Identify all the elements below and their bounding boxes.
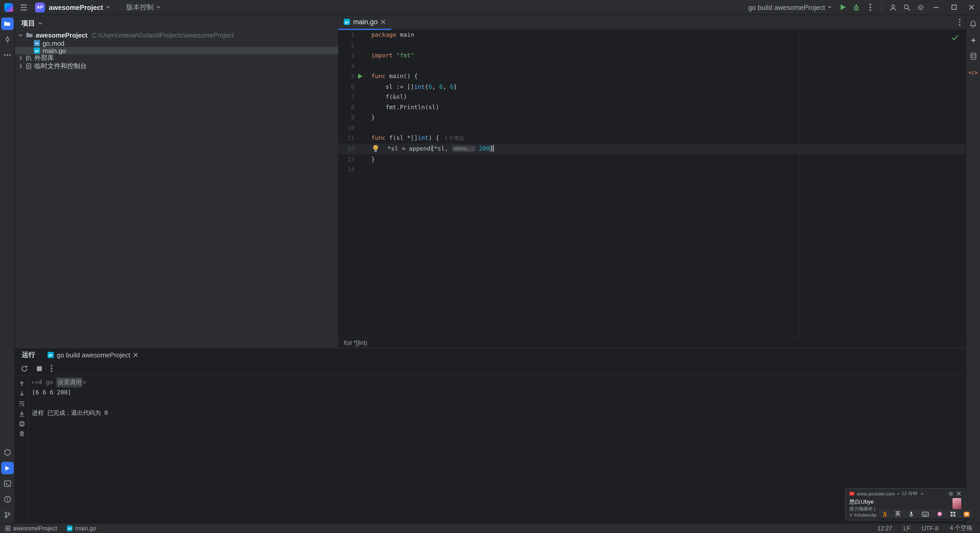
- caret-position-widget[interactable]: 12:27: [877, 525, 892, 532]
- code-line-9[interactable]: 9}: [338, 113, 966, 123]
- code-line-5[interactable]: 5func main() {: [338, 72, 966, 82]
- run-tool-button[interactable]: [1, 462, 14, 474]
- chevron-up-icon[interactable]: [920, 492, 924, 495]
- line-number[interactable]: 6: [338, 82, 355, 92]
- gutter-slot[interactable]: [355, 74, 371, 79]
- notification-close-icon[interactable]: [956, 491, 961, 496]
- code-line-12[interactable]: 12*sl = append(*sl, elems…: 200): [338, 144, 966, 154]
- fold-arrow-icon[interactable]: ›: [32, 377, 34, 388]
- window-close-button[interactable]: [963, 0, 980, 15]
- close-icon[interactable]: [133, 353, 138, 358]
- project-tool-button[interactable]: [1, 18, 14, 30]
- code-line-3[interactable]: 3import "fmt": [338, 51, 966, 61]
- chevron-right-icon[interactable]: [18, 56, 23, 61]
- user-account-icon[interactable]: [886, 0, 900, 14]
- tree-row-root[interactable]: awesomeProject C:\Users\meow\GolandProje…: [15, 31, 338, 39]
- run-more-kebab-icon[interactable]: [51, 364, 52, 372]
- settings-gear-icon[interactable]: [914, 0, 928, 14]
- tree-row-gomod[interactable]: m go.mod: [15, 39, 338, 47]
- run-configuration-selector[interactable]: go build awesomeProject: [748, 3, 832, 11]
- clear-console-icon[interactable]: [18, 431, 24, 437]
- code-line-2[interactable]: 2: [338, 40, 966, 51]
- line-number[interactable]: 3: [338, 51, 355, 61]
- status-file-widget[interactable]: go main.go: [67, 525, 97, 532]
- code-line-8[interactable]: 8 fmt.Println(sl): [338, 102, 966, 113]
- print-icon[interactable]: [18, 420, 24, 426]
- database-tool-button[interactable]: [967, 50, 980, 62]
- code-line-10[interactable]: 10: [338, 123, 966, 134]
- code-line-13[interactable]: 13}: [338, 154, 966, 165]
- soft-wrap-icon[interactable]: [18, 401, 24, 407]
- window-maximize-button[interactable]: [945, 0, 963, 15]
- line-number[interactable]: 10: [338, 123, 355, 134]
- next-occurrence-icon[interactable]: [18, 391, 24, 397]
- run-button[interactable]: [835, 0, 850, 14]
- scroll-to-end-icon[interactable]: [18, 410, 24, 417]
- problems-tool-button[interactable]: [1, 493, 14, 506]
- code-line-7[interactable]: 7 f(&sl): [338, 92, 966, 103]
- project-avatar[interactable]: AP: [35, 2, 45, 12]
- grid-menu-icon[interactable]: [950, 511, 956, 517]
- line-number[interactable]: 7: [338, 92, 355, 103]
- project-panel-header[interactable]: 项目: [15, 15, 338, 32]
- more-actions-icon[interactable]: [863, 0, 877, 14]
- code-line-6[interactable]: 6 sl := []int{6, 6, 6}: [338, 82, 966, 92]
- indent-widget[interactable]: 4 个空格: [950, 524, 972, 533]
- line-number[interactable]: 14: [338, 164, 355, 175]
- vcs-widget[interactable]: 版本控制: [126, 3, 154, 12]
- search-icon[interactable]: [900, 0, 914, 14]
- window-minimize-button[interactable]: [928, 0, 945, 15]
- toolbox-icon[interactable]: [964, 512, 969, 517]
- code-line-4[interactable]: 4: [338, 61, 966, 72]
- chevron-down-icon[interactable]: [18, 33, 23, 37]
- tree-row-maingo-selected[interactable]: go main.go: [15, 47, 338, 54]
- line-separator-widget[interactable]: LF: [904, 525, 910, 532]
- rerun-button[interactable]: [21, 364, 28, 372]
- line-number[interactable]: 5: [338, 72, 355, 82]
- encoding-widget[interactable]: UTF-8: [921, 525, 939, 532]
- line-number[interactable]: 4: [338, 61, 355, 72]
- code-line-11[interactable]: 11func f(sl *[]int) {1 个用法: [338, 134, 966, 144]
- ai-assistant-tool-button[interactable]: [967, 34, 980, 46]
- main-menu-icon[interactable]: [20, 4, 27, 10]
- notifications-bell-icon[interactable]: [967, 18, 980, 30]
- services-tool-button[interactable]: [1, 446, 14, 459]
- endpoints-tool-button[interactable]: </>: [967, 66, 980, 79]
- stop-button[interactable]: [36, 365, 42, 371]
- code-line-1[interactable]: 1package main: [338, 30, 966, 40]
- line-number[interactable]: 8: [338, 102, 355, 113]
- run-tab[interactable]: go go build awesomeProject: [42, 348, 144, 362]
- tree-row-scratches[interactable]: 临时文件和控制台: [15, 62, 338, 70]
- emoji-flower-icon[interactable]: [937, 512, 942, 516]
- breadcrumb-function[interactable]: f(sl *[]int): [344, 339, 367, 346]
- code-editor[interactable]: 1package main23import "fmt"45func main()…: [338, 30, 966, 337]
- sogou-logo-icon[interactable]: S: [883, 510, 887, 518]
- ime-language-indicator[interactable]: 英: [895, 510, 900, 518]
- chevron-right-icon[interactable]: [18, 64, 23, 68]
- line-number[interactable]: 1: [338, 30, 355, 40]
- editor-tab-maingo[interactable]: go main.go: [338, 15, 391, 30]
- breadcrumb[interactable]: f(sl *[]int): [338, 337, 966, 347]
- line-number[interactable]: 9: [338, 113, 355, 123]
- prev-occurrence-icon[interactable]: [18, 380, 24, 387]
- editor-options-kebab-icon[interactable]: [959, 18, 961, 26]
- more-tool-windows-icon[interactable]: [1, 49, 14, 61]
- run-gutter-icon[interactable]: [358, 74, 363, 79]
- terminal-tool-button[interactable]: [1, 477, 14, 490]
- intention-bulb-icon[interactable]: [373, 145, 379, 152]
- tree-row-external-libraries[interactable]: 外部库: [15, 54, 338, 62]
- line-number[interactable]: 11: [338, 134, 355, 144]
- commit-tool-button[interactable]: [1, 33, 14, 46]
- console-lines[interactable]: ›<4 go 设置调用>[6 6 6 200]进程 已完成，退出代码为 0: [29, 377, 966, 523]
- code-line-14[interactable]: 14: [338, 164, 966, 175]
- microphone-icon[interactable]: [909, 511, 914, 517]
- ime-toolbar[interactable]: S 英: [879, 509, 974, 519]
- debug-button[interactable]: [850, 0, 863, 14]
- keyboard-icon[interactable]: [922, 512, 929, 517]
- notification-settings-gear-icon[interactable]: [948, 491, 954, 496]
- status-module-widget[interactable]: awesomeProject: [5, 525, 57, 532]
- line-number[interactable]: 2: [338, 40, 355, 51]
- project-selector[interactable]: awesomeProject: [49, 3, 103, 11]
- close-icon[interactable]: [381, 19, 386, 24]
- version-control-tool-button[interactable]: [1, 509, 14, 521]
